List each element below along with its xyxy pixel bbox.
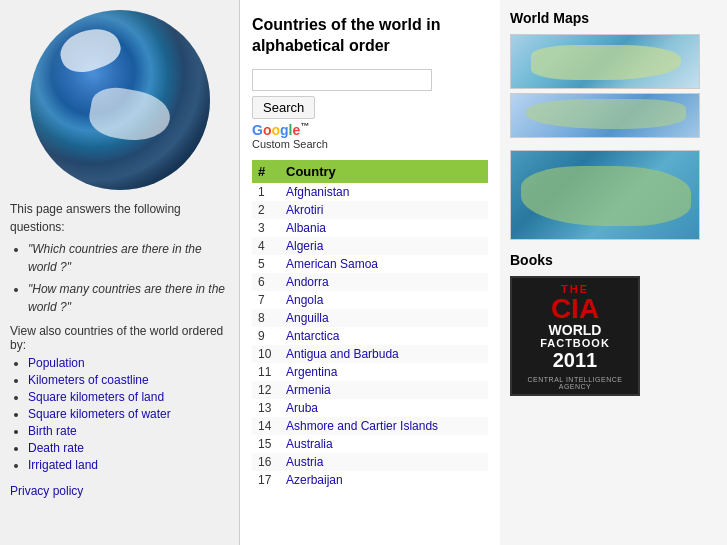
question-1: "Which countries are there in the world … — [28, 240, 229, 276]
country-number: 10 — [252, 345, 280, 363]
page-title: Countries of the world in alphabetical o… — [252, 15, 488, 57]
table-row: 8Anguilla — [252, 309, 488, 327]
world-map-1[interactable] — [510, 34, 700, 89]
custom-search-label: Custom Search — [252, 138, 328, 150]
country-name[interactable]: Antarctica — [280, 327, 488, 345]
table-row: 1Afghanistan — [252, 183, 488, 201]
country-number: 17 — [252, 471, 280, 489]
table-row: 11Argentina — [252, 363, 488, 381]
country-name[interactable]: American Samoa — [280, 255, 488, 273]
cia-book[interactable]: THE CIA WORLD FACTBOOK 2011 CENTRAL INTE… — [510, 276, 640, 396]
country-link[interactable]: Afghanistan — [286, 185, 349, 199]
country-name[interactable]: Argentina — [280, 363, 488, 381]
country-name[interactable]: Aruba — [280, 399, 488, 417]
table-row: 15Australia — [252, 435, 488, 453]
country-link[interactable]: Albania — [286, 221, 326, 235]
google-branding: Google™ Custom Search — [252, 122, 488, 151]
world-map-2[interactable] — [510, 93, 700, 138]
cia-book-cia: CIA — [551, 295, 599, 323]
list-item-land[interactable]: Square kilometers of land — [28, 390, 229, 404]
country-link[interactable]: Algeria — [286, 239, 323, 253]
list-item-birth[interactable]: Birth rate — [28, 424, 229, 438]
country-name[interactable]: Australia — [280, 435, 488, 453]
country-number: 1 — [252, 183, 280, 201]
country-number: 15 — [252, 435, 280, 453]
country-link[interactable]: Argentina — [286, 365, 337, 379]
country-number: 7 — [252, 291, 280, 309]
land-link[interactable]: Square kilometers of land — [28, 390, 164, 404]
maps-title: World Maps — [510, 10, 717, 26]
country-number: 3 — [252, 219, 280, 237]
country-number: 14 — [252, 417, 280, 435]
country-number: 8 — [252, 309, 280, 327]
country-table: # Country 1Afghanistan2Akrotiri3Albania4… — [252, 160, 488, 489]
table-row: 5American Samoa — [252, 255, 488, 273]
search-input[interactable] — [252, 69, 432, 91]
country-link[interactable]: Armenia — [286, 383, 331, 397]
irrigated-link[interactable]: Irrigated land — [28, 458, 98, 472]
country-link[interactable]: Azerbaijan — [286, 473, 343, 487]
country-number: 4 — [252, 237, 280, 255]
cia-book-factbook: FACTBOOK — [540, 337, 610, 349]
table-row: 10Antigua and Barbuda — [252, 345, 488, 363]
cia-book-world: WORLD — [549, 323, 602, 337]
country-number: 2 — [252, 201, 280, 219]
table-row: 4Algeria — [252, 237, 488, 255]
coastline-link[interactable]: Kilometers of coastline — [28, 373, 149, 387]
birth-link[interactable]: Birth rate — [28, 424, 77, 438]
table-row: 12Armenia — [252, 381, 488, 399]
right-sidebar: World Maps Books THE CIA WORLD FACTBOOK … — [500, 0, 727, 545]
country-number: 12 — [252, 381, 280, 399]
search-button[interactable]: Search — [252, 96, 315, 119]
view-also-label: View also countries of the world ordered… — [10, 324, 223, 352]
table-header-num: # — [252, 160, 280, 183]
table-row: 16Austria — [252, 453, 488, 471]
table-header-country: Country — [280, 160, 488, 183]
country-name[interactable]: Azerbaijan — [280, 471, 488, 489]
country-name[interactable]: Armenia — [280, 381, 488, 399]
country-number: 6 — [252, 273, 280, 291]
country-name[interactable]: Ashmore and Cartier Islands — [280, 417, 488, 435]
death-link[interactable]: Death rate — [28, 441, 84, 455]
country-link[interactable]: Ashmore and Cartier Islands — [286, 419, 438, 433]
country-link[interactable]: Akrotiri — [286, 203, 323, 217]
country-link[interactable]: Aruba — [286, 401, 318, 415]
table-row: 7Angola — [252, 291, 488, 309]
list-item-population[interactable]: Population — [28, 356, 229, 370]
country-link[interactable]: Antarctica — [286, 329, 339, 343]
country-name[interactable]: Albania — [280, 219, 488, 237]
ordered-by-list: Population Kilometers of coastline Squar… — [28, 356, 229, 472]
country-name[interactable]: Antigua and Barbuda — [280, 345, 488, 363]
view-also-section: View also countries of the world ordered… — [10, 324, 229, 472]
country-name[interactable]: Afghanistan — [280, 183, 488, 201]
world-map-3[interactable] — [510, 150, 700, 240]
water-link[interactable]: Square kilometers of water — [28, 407, 171, 421]
population-link[interactable]: Population — [28, 356, 85, 370]
country-link[interactable]: Angola — [286, 293, 323, 307]
country-name[interactable]: Angola — [280, 291, 488, 309]
list-item-coastline[interactable]: Kilometers of coastline — [28, 373, 229, 387]
list-item-irrigated[interactable]: Irrigated land — [28, 458, 229, 472]
country-link[interactable]: Australia — [286, 437, 333, 451]
list-item-water[interactable]: Square kilometers of water — [28, 407, 229, 421]
privacy-section: Privacy policy — [10, 484, 229, 498]
country-number: 9 — [252, 327, 280, 345]
country-number: 16 — [252, 453, 280, 471]
cia-book-year: 2011 — [553, 349, 598, 372]
questions-intro: This page answers the following question… — [10, 202, 181, 234]
books-title: Books — [510, 252, 717, 268]
country-link[interactable]: Anguilla — [286, 311, 329, 325]
country-link[interactable]: Andorra — [286, 275, 329, 289]
country-link[interactable]: American Samoa — [286, 257, 378, 271]
country-link[interactable]: Antigua and Barbuda — [286, 347, 399, 361]
country-link[interactable]: Austria — [286, 455, 323, 469]
country-name[interactable]: Andorra — [280, 273, 488, 291]
table-row: 13Aruba — [252, 399, 488, 417]
privacy-policy-link[interactable]: Privacy policy — [10, 484, 83, 498]
country-name[interactable]: Algeria — [280, 237, 488, 255]
list-item-death[interactable]: Death rate — [28, 441, 229, 455]
country-name[interactable]: Austria — [280, 453, 488, 471]
table-row: 9Antarctica — [252, 327, 488, 345]
country-name[interactable]: Anguilla — [280, 309, 488, 327]
country-name[interactable]: Akrotiri — [280, 201, 488, 219]
